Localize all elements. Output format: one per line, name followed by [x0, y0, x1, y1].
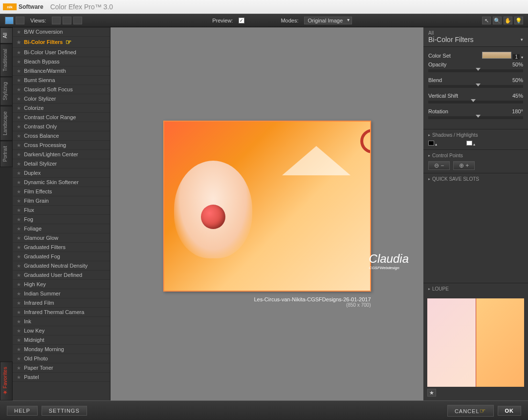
favorite-star-icon[interactable]: ★: [17, 180, 21, 185]
quick-save-section[interactable]: QUICK SAVE SLOTS: [423, 173, 528, 185]
favorite-star-icon[interactable]: ★: [17, 189, 21, 194]
filter-item[interactable]: ★Cross Balance: [13, 131, 110, 141]
favorite-star-icon[interactable]: ★: [17, 87, 21, 92]
filter-item[interactable]: ★Bi-Color User Defined: [13, 48, 110, 57]
favorite-star-icon[interactable]: ★: [17, 273, 21, 278]
cancel-button[interactable]: CANCEL☞: [447, 405, 494, 417]
filter-item[interactable]: ★B/W Conversion: [13, 27, 110, 37]
filter-item[interactable]: ★Monday Morning: [13, 345, 110, 354]
favorite-star-icon[interactable]: ★: [17, 356, 21, 361]
favorite-star-icon[interactable]: ★: [17, 198, 21, 204]
favorite-star-icon[interactable]: ★: [17, 59, 21, 64]
favorite-star-icon[interactable]: ★: [17, 105, 21, 111]
filter-item[interactable]: ★Indian Summer: [13, 289, 110, 298]
favorite-star-icon[interactable]: ★: [17, 319, 21, 324]
loupe-pin-icon[interactable]: ★: [427, 389, 436, 397]
favorite-star-icon[interactable]: ★: [17, 375, 21, 380]
filter-item[interactable]: ★Low Key: [13, 326, 110, 336]
filter-item[interactable]: ★Ink: [13, 317, 110, 326]
filter-item[interactable]: ★Bleach Bypass: [13, 57, 110, 66]
favorite-star-icon[interactable]: ★: [17, 300, 21, 306]
filter-item[interactable]: ★Duplex: [13, 168, 110, 178]
settings-button[interactable]: SETTINGS: [42, 406, 87, 416]
filter-item[interactable]: ★Classical Soft Focus: [13, 85, 110, 94]
filter-item[interactable]: ★Flux: [13, 206, 110, 215]
filter-item[interactable]: ★Cross Processing: [13, 141, 110, 150]
favorite-star-icon[interactable]: ★: [17, 40, 21, 45]
color-set-picker[interactable]: 1 ▾: [482, 52, 523, 60]
filter-item[interactable]: ★Bi-Color Filters☞: [13, 37, 110, 48]
filter-item[interactable]: ★Graduated User Defined: [13, 271, 110, 280]
filter-item[interactable]: ★Film Grain: [13, 196, 110, 206]
loupe-preview[interactable]: ★: [423, 294, 528, 400]
opacity-slider[interactable]: [428, 69, 523, 72]
filter-item[interactable]: ★Color Stylizer: [13, 94, 110, 104]
rotation-slider[interactable]: [428, 116, 523, 119]
preview-image[interactable]: [163, 121, 371, 292]
favorite-star-icon[interactable]: ★: [17, 124, 21, 129]
filter-item[interactable]: ★Burnt Sienna: [13, 76, 110, 85]
favorite-star-icon[interactable]: ★: [17, 226, 21, 231]
filter-item[interactable]: ★Graduated Fog: [13, 252, 110, 261]
favorite-star-icon[interactable]: ★: [17, 208, 21, 213]
filter-item[interactable]: ★Dynamic Skin Softener: [13, 178, 110, 187]
favorite-star-icon[interactable]: ★: [17, 282, 21, 287]
view-split-icon[interactable]: [63, 17, 71, 24]
filter-item[interactable]: ★Contrast Color Range: [13, 113, 110, 122]
favorite-star-icon[interactable]: ★: [17, 68, 21, 74]
filter-item[interactable]: ★Glamour Glow: [13, 233, 110, 243]
hand-icon[interactable]: ✋: [504, 17, 512, 24]
category-tab-all[interactable]: All: [0, 27, 13, 43]
vertical_shift-slider[interactable]: [428, 101, 523, 104]
favorite-star-icon[interactable]: ★: [17, 29, 21, 35]
favorite-star-icon[interactable]: ★: [17, 245, 21, 250]
filter-item[interactable]: ★Detail Stylizer: [13, 159, 110, 168]
thumbnail-mode-image-icon[interactable]: [5, 17, 14, 24]
filter-item[interactable]: ★Contrast Only: [13, 122, 110, 131]
filter-item[interactable]: ★Infrared Film: [13, 298, 110, 308]
shadows-highlights-section[interactable]: Shadows / Highlights ▴ ▴: [423, 129, 528, 149]
favorite-star-icon[interactable]: ★: [17, 235, 21, 241]
filter-item[interactable]: ★Infrared Thermal Camera: [13, 308, 110, 317]
light-icon[interactable]: 💡: [514, 17, 523, 24]
favorite-star-icon[interactable]: ★: [17, 365, 21, 371]
favorite-star-icon[interactable]: ★: [17, 96, 21, 102]
favorite-star-icon[interactable]: ★: [17, 263, 21, 269]
favorite-star-icon[interactable]: ★: [17, 152, 21, 157]
favorite-star-icon[interactable]: ★: [17, 170, 21, 176]
favorite-star-icon[interactable]: ★: [17, 143, 21, 148]
category-tab-landscape[interactable]: Landscape: [0, 106, 13, 141]
blend-slider[interactable]: [428, 85, 523, 88]
view-single-icon[interactable]: [52, 17, 61, 24]
filter-item[interactable]: ★Colorize: [13, 104, 110, 113]
favorite-star-icon[interactable]: ★: [17, 161, 21, 167]
favorite-star-icon[interactable]: ★: [17, 133, 21, 139]
category-tab-traditional[interactable]: Traditional: [0, 43, 13, 77]
filter-item[interactable]: ★High Key: [13, 280, 110, 289]
favorite-star-icon[interactable]: ★: [17, 337, 21, 343]
filter-item[interactable]: ★Foliage: [13, 224, 110, 233]
category-tab-favorites[interactable]: ★ Favorites: [0, 361, 13, 400]
favorite-star-icon[interactable]: ★: [17, 217, 21, 222]
filter-item[interactable]: ★Darken/Lighten Center: [13, 150, 110, 159]
control-point-add-button[interactable]: ⊕ +: [453, 161, 475, 170]
preview-checkbox[interactable]: ✓: [239, 18, 244, 23]
favorite-star-icon[interactable]: ★: [17, 328, 21, 334]
filter-item[interactable]: ★Paper Toner: [13, 363, 110, 373]
ok-button[interactable]: OK: [498, 406, 522, 416]
help-button[interactable]: HELP: [7, 406, 38, 416]
view-side-icon[interactable]: [73, 17, 82, 24]
favorite-star-icon[interactable]: ★: [17, 78, 21, 83]
filter-item[interactable]: ★Brilliance/Warmth: [13, 66, 110, 76]
filter-item[interactable]: ★Old Photo: [13, 354, 110, 363]
favorite-star-icon[interactable]: ★: [17, 50, 21, 55]
favorite-star-icon[interactable]: ★: [17, 115, 21, 120]
favorite-star-icon[interactable]: ★: [17, 347, 21, 352]
modes-dropdown[interactable]: Original Image: [304, 17, 352, 24]
zoom-icon[interactable]: 🔍: [493, 17, 502, 24]
category-tab-stylizing[interactable]: Stylizing: [0, 77, 13, 105]
filter-item[interactable]: ★Midnight: [13, 336, 110, 345]
pointer-icon[interactable]: ↖: [482, 17, 491, 24]
collapse-icon[interactable]: ▾: [521, 37, 523, 42]
control-point-remove-button[interactable]: ⊖ −: [428, 161, 450, 170]
